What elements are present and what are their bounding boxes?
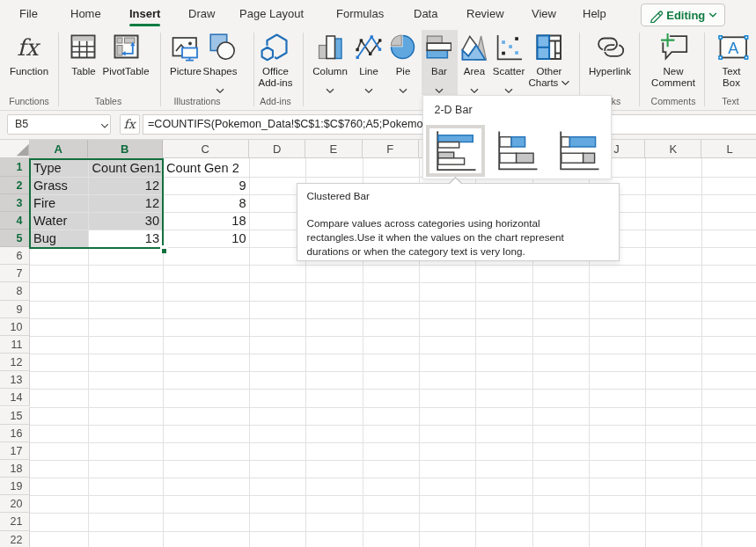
- ribbon-button-label: Bar: [431, 66, 447, 77]
- ribbon-button-label: Box: [723, 77, 740, 88]
- gallery-item-stacked-bar[interactable]: [493, 126, 544, 177]
- column-header-K[interactable]: K: [645, 140, 701, 158]
- row-header-17[interactable]: 17: [0, 442, 30, 460]
- menu-tab-data[interactable]: Data: [414, 0, 437, 29]
- chevron-down-icon: [399, 88, 407, 94]
- ribbon-group-separator: [639, 33, 640, 106]
- ribbon-group-label-tables: Tables: [95, 96, 121, 106]
- column-header-F[interactable]: F: [363, 140, 419, 158]
- pie-chart-icon: [390, 34, 416, 61]
- ribbon-button-label: New: [663, 66, 683, 77]
- name-box[interactable]: B5: [7, 114, 111, 135]
- formula-bar: B5 fx =COUNTIFS(Pokemon_Data!$C$1:$C$760…: [0, 111, 756, 140]
- row-header-3[interactable]: 3: [0, 194, 30, 212]
- row-header-18[interactable]: 18: [0, 460, 30, 478]
- cell-C4[interactable]: 18: [231, 213, 246, 230]
- row-header-8[interactable]: 8: [0, 282, 30, 300]
- gallery-item-clustered-bar[interactable]: [431, 126, 482, 177]
- ribbon-group-label-illustrations: Illustrations: [173, 96, 220, 106]
- row-header-16[interactable]: 16: [0, 425, 30, 442]
- gridline-horizontal: [30, 495, 756, 496]
- menu-tab-page-layout[interactable]: Page Layout: [239, 0, 304, 29]
- clustered-bar-tooltip: Clustered Bar Compare values across cate…: [297, 183, 620, 260]
- row-header-21[interactable]: 21: [0, 513, 30, 530]
- select-all-corner[interactable]: [0, 140, 30, 158]
- editing-mode-button[interactable]: Editing: [641, 4, 726, 26]
- gridline-horizontal: [30, 478, 756, 478]
- gallery-item-100-stacked-bar[interactable]: [554, 126, 606, 177]
- fx-icon: fx: [123, 117, 135, 131]
- column-header-C[interactable]: C: [163, 140, 250, 158]
- excel-web-app: FileHomeInsertDrawPage LayoutFormulasDat…: [0, 0, 756, 547]
- pivottable-icon: [114, 34, 140, 61]
- cell-C3[interactable]: 8: [239, 195, 246, 213]
- table-icon: [70, 34, 97, 61]
- row-header-15[interactable]: 15: [0, 407, 30, 425]
- row-header-5[interactable]: 5: [0, 230, 30, 247]
- ribbon-button-label: Text: [722, 66, 740, 77]
- scatter-chart-icon: [495, 33, 525, 63]
- ribbon-button-label: Table: [71, 66, 96, 77]
- other-charts-icon: [536, 34, 562, 61]
- chevron-down-icon: [364, 88, 373, 94]
- gridline-horizontal: [30, 336, 756, 337]
- column-header-E[interactable]: E: [305, 140, 362, 158]
- menu-tab-view[interactable]: View: [532, 0, 556, 29]
- row-header-10[interactable]: 10: [0, 318, 30, 336]
- row-header-9[interactable]: 9: [0, 301, 30, 318]
- row-header-19[interactable]: 19: [0, 478, 30, 495]
- menu-tab-home[interactable]: Home: [70, 0, 101, 29]
- gridline-horizontal: [30, 425, 756, 426]
- ribbon-button-label: Comment: [651, 77, 695, 88]
- select-all-triangle-icon: [0, 140, 29, 158]
- gridline-horizontal: [30, 460, 756, 461]
- menu-tab-draw[interactable]: Draw: [188, 0, 215, 29]
- row-header-4[interactable]: 4: [0, 212, 30, 230]
- column-header-L[interactable]: L: [701, 140, 756, 158]
- svg-text:fx: fx: [17, 34, 41, 61]
- fx-icon: fx: [10, 33, 48, 67]
- chevron-down-icon: [216, 82, 224, 98]
- menu-tab-formulas[interactable]: Formulas: [336, 0, 384, 29]
- row-header-14[interactable]: 14: [0, 389, 30, 406]
- column-header-A[interactable]: A: [30, 140, 89, 158]
- ribbon-button-column[interactable]: Column: [312, 29, 349, 110]
- row-header-1[interactable]: 1: [0, 158, 30, 176]
- shapes-icon: [209, 33, 236, 60]
- row-header-7[interactable]: 7: [0, 265, 30, 282]
- fx-button[interactable]: fx: [120, 114, 140, 135]
- cell-C5[interactable]: 10: [231, 230, 246, 248]
- row-header-22[interactable]: 22: [0, 531, 30, 547]
- chevron-down-icon: [504, 88, 513, 94]
- cell-C1[interactable]: Count Gen 2: [166, 160, 239, 178]
- ribbon-button-label: Function: [10, 66, 48, 77]
- ribbon-button-pie[interactable]: Pie: [385, 29, 422, 110]
- ribbon-button-label: Office: [262, 66, 289, 77]
- row-header-2[interactable]: 2: [0, 177, 30, 194]
- gridline-horizontal: [30, 301, 756, 302]
- menu-tab-help[interactable]: Help: [583, 0, 606, 29]
- selection-fill-handle[interactable]: [162, 249, 166, 253]
- column-header-D[interactable]: D: [249, 140, 305, 158]
- ribbon-button-label: Scatter: [493, 66, 525, 77]
- ribbon-button-label: Column: [312, 66, 348, 77]
- stacked-bar-icon: [497, 130, 539, 174]
- cell-C2[interactable]: 9: [239, 178, 246, 195]
- picture-icon: [172, 36, 200, 62]
- ribbon-group-label-comments: Comments: [651, 96, 696, 106]
- row-header-20[interactable]: 20: [0, 495, 30, 513]
- row-header-13[interactable]: 13: [0, 371, 30, 389]
- gridline-horizontal: [30, 531, 756, 532]
- menu-tab-file[interactable]: File: [19, 0, 38, 29]
- ribbon-button-line[interactable]: Line: [350, 29, 387, 110]
- row-header-11[interactable]: 11: [0, 336, 30, 354]
- row-header-6[interactable]: 6: [0, 247, 30, 265]
- active-tab-underline: [129, 24, 160, 26]
- row-header-12[interactable]: 12: [0, 354, 30, 371]
- column-header-B[interactable]: B: [88, 140, 163, 158]
- ribbon-group-separator: [160, 33, 161, 106]
- office-addins-icon: [261, 32, 292, 63]
- ribbon-group-separator: [704, 33, 705, 106]
- ribbon-group-separator: [253, 33, 254, 106]
- menu-tab-review[interactable]: Review: [466, 0, 504, 29]
